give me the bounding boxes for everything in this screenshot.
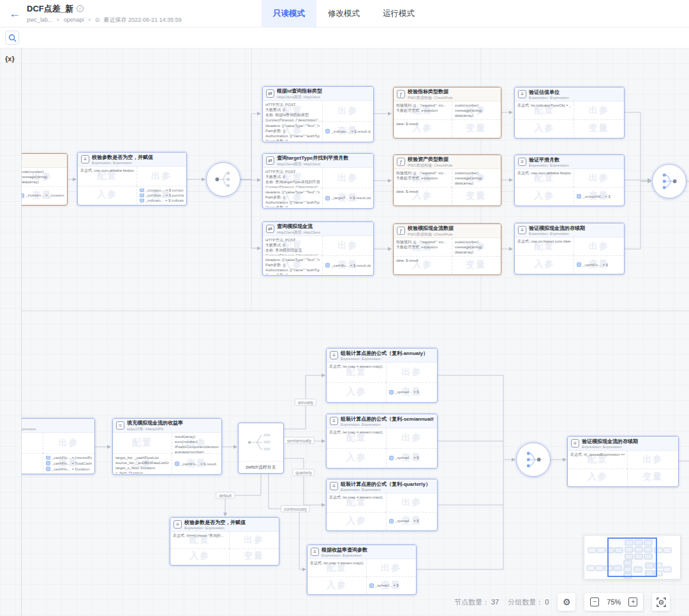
variable-icon (46, 456, 50, 460)
node-quadrant-rb (574, 119, 624, 137)
tab-edit-mode[interactable]: 修改模式 (316, 0, 371, 27)
variable-badge: _cashFlo... = $.result (175, 462, 219, 466)
flow-node-interp-yield[interactable]: ≈填充模拟现金流的收益率scipy计算: InterpGPS配置出参入参变量re… (112, 418, 222, 475)
node-config-line: 名称: 查询targetType并找到平滑... (265, 179, 320, 184)
node-config-line: 失败重试: 0 (265, 243, 320, 248)
variable-badge: _spread... = $ (389, 390, 434, 394)
settings-button[interactable]: ⚙ (558, 593, 575, 611)
node-config-line: Query参数: [] (265, 139, 320, 141)
variable-badge: _investm... = _investm... (21, 193, 64, 198)
node-subtitle: HttpClient调用: HttpClient (277, 94, 322, 100)
node-body: 配置出参入参变量表达式: let map = stream.map()..._s… (307, 559, 416, 594)
minimap[interactable] (584, 535, 681, 580)
variable-icon (325, 129, 330, 133)
node-quadrant-rt (386, 493, 437, 512)
node-subtitle: Expression: Expression (21, 427, 36, 431)
node-body: 配置出参入参变量表达式: let map = stream.map()..._s… (327, 428, 437, 467)
flow-node-expr-check-empty-2[interactable]: ≡校验参数是否为空，并赋值Expression: Expression配置出参入… (170, 517, 279, 566)
node-quadrant-lb (327, 512, 386, 530)
node-body: 配置出参入参变量HTTP方法: POST失败重试: 0名称: 查询模拟现金流Co… (263, 236, 373, 274)
expr-node-icon: ≡ (518, 158, 526, 166)
fit-view-button[interactable] (652, 593, 670, 611)
breadcrumb-project[interactable]: pwc_lab... (27, 17, 53, 23)
flow-node-http-targettype[interactable]: ⇄查询targetType并找到平滑月数HttpClient调用: HttpCl… (262, 153, 374, 209)
merge-icon (517, 442, 550, 477)
node-quadrant-rb: _cashFlo... = $ (574, 255, 624, 273)
node-config-line: 表达式: let map = stream.map()... (310, 560, 364, 566)
node-config-line: 表达式: if(_spreadExpression == ... (570, 452, 625, 457)
node-subtitle: PWC数据校验: CheckRule (408, 232, 454, 237)
node-quadrant-lt (113, 433, 172, 453)
flow-node-merge-top[interactable] (652, 164, 686, 199)
node-header: ƒ校验数据PWC数据校验: CheckRule (21, 154, 67, 168)
variable-badge: _spread... = $ (369, 583, 413, 588)
zoom-level: 75% (605, 598, 622, 606)
flow-node-http-cashflow[interactable]: ⇄查询模拟现金流HttpClient调用: HttpClient配置出参入参变量… (262, 222, 374, 276)
flow-node-check-investment[interactable]: ƒ校验数据PWC数据校验: CheckRule配置出参入参变量校验规则: [{ … (21, 153, 68, 206)
zoom-in-button[interactable]: + (628, 597, 637, 606)
flow-node-check-indicator[interactable]: ƒ校验指标类型数据PWC数据校验: CheckRule配置出参入参变量校验规则:… (393, 87, 501, 139)
node-config-line: HTTP方法: POST (265, 237, 320, 243)
flow-node-expr-quarterly[interactable]: ≡组装计算点差的公式（复利-quarterly）Expression: Expr… (326, 479, 438, 531)
node-quadrant-lb: data: $.result (394, 187, 452, 205)
node-config-line: Headers: [{"valueType":"Text","n... (265, 190, 320, 195)
variable-icon (46, 467, 50, 471)
node-title: 组装计算点差的公式（复利-annualy） (341, 350, 428, 357)
flow-node-expr-duration-2[interactable]: ≡验证模拟现金流的存续期Expression: Expression配置出参入参… (567, 436, 679, 487)
flow-node-expr-set-field[interactable]: ≡设置字段名Expression: Expression配置出参入参变量Rate… (21, 418, 95, 474)
node-header: ƒ校验指标类型数据PWC数据校验: CheckRule (394, 87, 501, 101)
check-node-icon: ƒ (397, 90, 405, 98)
flow-node-check-params-empty[interactable]: ≡校验参数是否为空，并赋值Expression: Expression配置出参入… (77, 152, 187, 206)
node-config-line: 失败处理方式: exception (396, 244, 449, 250)
node-title: 设置字段名 (21, 420, 36, 427)
back-button[interactable]: ← (9, 7, 20, 20)
zoom-out-button[interactable]: − (590, 597, 599, 606)
node-config-line: Authorization: [{"name":"authTyp... (265, 200, 320, 205)
flow-node-split-top[interactable] (206, 162, 241, 197)
flow-node-switch[interactable]: switch流程分支 (238, 423, 284, 474)
node-quadrant-rb: _spread... = $ (386, 448, 437, 468)
node-quadrant-lb (170, 548, 229, 565)
info-icon[interactable]: i (77, 5, 84, 12)
node-config-line: data: $.result (396, 189, 449, 194)
edge-label-annually: annually (295, 399, 316, 406)
node-body: 配置出参入参变量表达式: if(_spreadExpression == ... (568, 451, 678, 486)
node-config-line: Rate =... (21, 434, 40, 439)
flow-node-expr-smooth-months[interactable]: ≡验证平滑月数Expression: Expression配置出参入参变量表达式… (514, 154, 625, 206)
flow-node-expr-duration-top[interactable]: ≡验证模拟现金流的存续期Expression: Expression配置出参入参… (514, 223, 625, 274)
search-button[interactable] (5, 31, 19, 45)
node-quadrant-lt: 校验规则: [{ "required": tru...失败处理方式: excep… (394, 169, 452, 187)
flow-node-http-indicator-type[interactable]: ⇄根据id查询指标类型HttpClient调用: HttpClient配置出参入… (262, 86, 374, 142)
node-config-line: code(number) (455, 239, 498, 244)
node-body: 配置出参入参变量校验规则: [{ "required": tru...失败处理方… (21, 168, 67, 204)
node-quadrant-lb (78, 186, 137, 205)
variable-icon (325, 263, 330, 267)
node-quadrant-rb (627, 469, 678, 486)
flow-node-merge-bottom[interactable] (516, 442, 551, 477)
node-quadrant-rb: _compou... = $.compoun..._purchas... = $… (137, 186, 186, 205)
tab-run-mode[interactable]: 运行模式 (371, 0, 426, 27)
breadcrumb-api[interactable]: openapi (64, 17, 84, 23)
variable-badge: _cashFlo... = $ (577, 262, 621, 267)
node-quadrant-lb: Headers: [{"valueType":"Text","n...Path参… (263, 121, 322, 142)
node-body: 配置出参入参变量表达式: use cn.hutool.core.date..._… (515, 237, 624, 273)
flow-node-expr-valuation-unit[interactable]: ≡验证估值单位Expression: Expression配置出参入参变量表达式… (514, 87, 625, 139)
tab-readonly-mode[interactable]: 只读模式 (262, 0, 316, 27)
flow-node-expr-annually[interactable]: ≡组装计算点差的公式（复利-annualy）Expression: Expres… (326, 348, 438, 403)
variables-icon[interactable]: {x} (5, 55, 15, 63)
expr-node-icon: ≡ (330, 351, 338, 359)
node-config-line: 失败重试: 0 (265, 174, 320, 179)
flow-node-check-asset[interactable]: ƒ校验资产类型数据PWC数据校验: CheckRule配置出参入参变量校验规则:… (393, 154, 501, 206)
minimap-viewport[interactable] (608, 538, 656, 576)
expr-node-icon: ≡ (311, 548, 319, 556)
flow-node-check-sim-cashflow[interactable]: ƒ校验模拟现金流数据PWC数据校验: CheckRule配置出参入参变量校验规则… (393, 223, 501, 275)
node-config-line: code(number) (21, 169, 64, 174)
node-header: ≈填充模拟现金流的收益率scipy计算: InterpGPS (113, 419, 221, 433)
flow-node-expr-semiannually[interactable]: ≡组装计算点差的公式（复利-semiannually）Expression: E… (326, 414, 438, 469)
flow-viewport[interactable]: ƒ校验数据PWC数据校验: CheckRule配置出参入参变量校验规则: [{ … (21, 48, 689, 616)
node-quadrant-lb (515, 187, 574, 205)
node-config-line: 表达式: let map = stream.map()... (329, 430, 383, 435)
node-subtitle: Expression: Expression (92, 161, 153, 165)
flow-node-expr-query-yield[interactable]: ≡根据收益率查询参数Expression: Expression配置出参入参变量… (307, 545, 417, 595)
node-config-line: HTTP方法: POST (265, 169, 320, 174)
